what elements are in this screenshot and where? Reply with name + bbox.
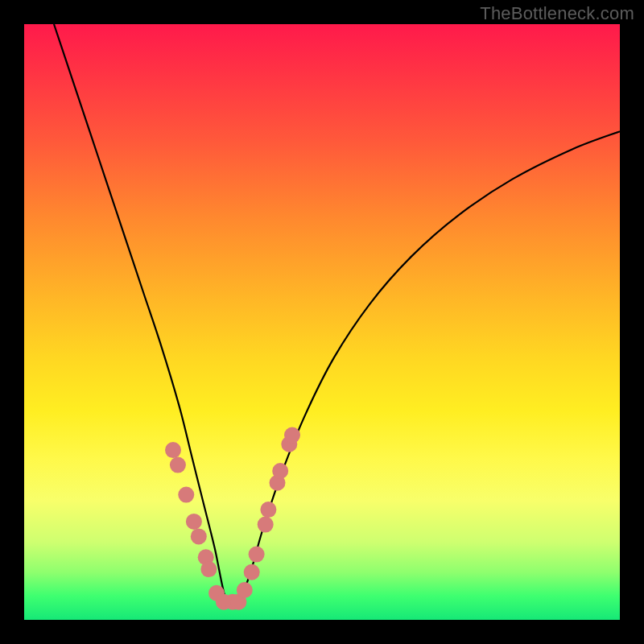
curve-marker — [237, 582, 253, 598]
curve-marker — [284, 427, 300, 444]
bottleneck-curve — [54, 24, 620, 607]
watermark-text: TheBottleneck.com — [480, 3, 634, 24]
curve-layer — [54, 24, 620, 607]
curve-marker — [165, 442, 181, 458]
curve-marker — [186, 514, 202, 530]
curve-marker — [258, 517, 274, 533]
curve-marker — [249, 547, 265, 563]
marker-layer — [165, 427, 300, 610]
curve-marker — [178, 487, 194, 503]
curve-marker — [200, 561, 217, 577]
chart-frame: TheBottleneck.com — [0, 0, 644, 644]
curve-marker — [191, 528, 207, 544]
curve-marker — [272, 463, 288, 479]
chart-svg — [24, 24, 620, 620]
curve-marker — [170, 457, 186, 473]
curve-marker — [244, 564, 260, 580]
chart-plot-area — [24, 24, 620, 620]
curve-marker — [260, 502, 276, 518]
